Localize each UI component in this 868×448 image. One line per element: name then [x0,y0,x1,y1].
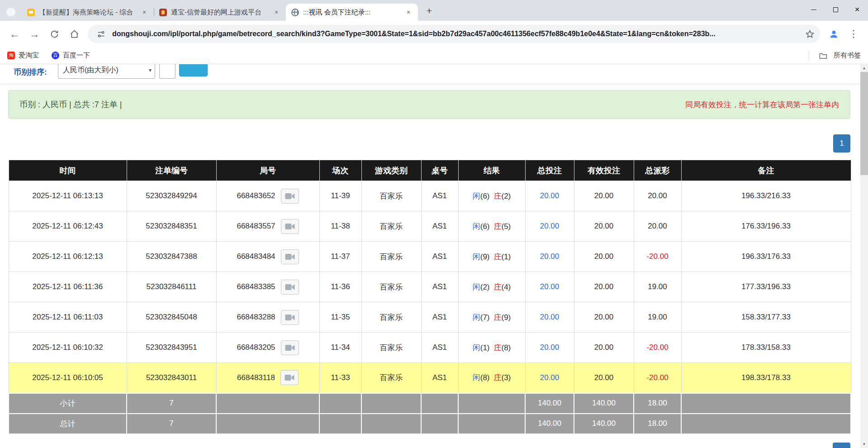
total-bet[interactable]: 20.00 [525,363,574,393]
scrollbar-thumb[interactable] [860,72,868,175]
scroll-down-icon[interactable] [860,440,868,448]
video-preview-button[interactable] [281,310,299,325]
round-number: 668483288 [237,313,275,322]
minimize-button[interactable] [803,0,825,19]
payout: 20.00 [634,211,681,242]
window-controls [803,0,868,19]
round-number: 668483118 [237,373,275,382]
url-text[interactable]: dongshouji.com/ipl/portal.php/game/betre… [112,30,798,38]
all-bookmarks-button[interactable]: 所有书签 [809,51,861,61]
back-icon[interactable] [5,24,24,44]
table-number: AS1 [421,302,458,333]
player-score: (6) [480,222,490,231]
column-header: 总投注 [525,160,574,181]
bookmarks-list: 淘爱淘宝百百度一下 [7,51,103,60]
video-preview-button[interactable] [281,219,299,234]
total-bet[interactable]: 20.00 [525,333,574,363]
note: 198.33/178.33 [681,363,851,393]
bookmark-item[interactable]: 淘爱淘宝 [7,51,39,60]
site-settings-icon[interactable] [94,27,108,41]
close-window-button[interactable] [846,0,868,19]
total-bet[interactable]: 20.00 [525,272,574,302]
round-wrap: 668483205 [217,340,319,355]
currency-sort-select[interactable]: 人民币(由大到小) [58,64,155,79]
bet-time: 2025-12-11 06:12:13 [9,242,127,272]
filter-search-button[interactable] [179,64,208,76]
total-bet[interactable]: 20.00 [525,211,574,242]
bookmark-item[interactable]: 百百度一下 [52,51,90,60]
session: 11-36 [319,272,361,302]
banker-result: 庄 [494,373,502,382]
total-bet[interactable]: 20.00 [525,181,574,211]
valid-bet: 20.00 [574,211,634,242]
table-number: AS1 [421,181,458,211]
tab-strip: 【新提醒】海燕策略论坛 - 综合通宝-信誉最好的网上游戏平台:::视讯 会员下注… [0,0,868,21]
total-bet[interactable]: 20.00 [525,302,574,333]
column-header: 局号 [216,160,319,181]
result-cell: 闲(6)庄(2) [458,181,525,211]
summary-notice: 同局有效投注，统一计算在该局第一张注单内 [685,100,839,110]
tab-title: :::视讯 会员下注纪录::: [303,8,400,17]
scrollbar[interactable] [860,64,868,448]
video-preview-button[interactable] [281,249,299,264]
browser-tab[interactable]: 【新提醒】海燕策略论坛 - 综合 [22,4,154,21]
video-preview-button[interactable] [281,340,299,355]
pagination-bottom-partial[interactable] [833,443,850,448]
bet-id: 523032843011 [127,363,216,393]
footer-value [421,414,458,434]
player-result: 闲 [473,343,480,352]
player-score: (1) [480,343,490,352]
browser-menu-icon[interactable] [844,24,863,44]
session: 11-39 [319,181,361,211]
profile-avatar-icon[interactable] [824,24,844,44]
table-row: 2025-12-11 06:12:13523032847388668483484… [9,242,851,272]
video-preview-button[interactable] [281,280,299,295]
browser-tab[interactable]: :::视讯 会员下注纪录::: [286,4,418,21]
footer-value [458,393,525,414]
home-icon[interactable] [64,24,84,44]
footer-label: 总计 [9,414,127,434]
round-wrap: 668483557 [217,219,319,234]
total-bet[interactable]: 20.00 [525,242,574,272]
maximize-button[interactable] [825,0,846,19]
bet-id: 523032845048 [127,302,216,333]
tab-close-icon[interactable] [140,8,148,16]
player-score: (8) [480,373,490,382]
banker-score: (5) [502,222,511,231]
result-cell: 闲(6)庄(5) [458,211,525,242]
player-score: (6) [480,192,490,200]
page-1-button[interactable]: 1 [833,134,850,153]
footer-value: 7 [127,393,216,414]
bookmark-star-icon[interactable] [803,27,816,41]
summary-info: 币别 : 人民币 | 总共 :7 注单 | [19,99,122,110]
round-cell: 668483557 [216,211,319,242]
bet-time: 2025-12-11 06:10:05 [9,363,127,393]
game-type: 百家乐 [361,272,421,302]
bet-time: 2025-12-11 06:11:03 [9,302,127,333]
result-cell: 闲(9)庄(1) [458,242,525,272]
player-score: (7) [480,313,490,322]
video-preview-button[interactable] [281,189,299,204]
video-preview-button[interactable] [280,370,299,385]
refresh-icon[interactable] [44,24,64,44]
game-type: 百家乐 [361,363,421,393]
round-cell: 668483288 [216,302,319,333]
browser-tab[interactable]: 通宝-信誉最好的网上游戏平台 [154,4,286,21]
tab-close-icon[interactable] [404,8,413,16]
bookmark-label: 爱淘宝 [19,51,39,60]
forward-icon[interactable] [24,24,44,44]
filter-secondary-input[interactable] [159,64,175,79]
player-result: 闲 [473,222,480,231]
bet-time: 2025-12-11 06:12:43 [9,211,127,242]
new-tab-button[interactable] [422,4,436,18]
address-bar[interactable]: dongshouji.com/ipl/portal.php/game/betre… [88,25,820,43]
game-type: 百家乐 [361,302,421,333]
scroll-up-icon[interactable] [860,64,868,72]
banker-score: (1) [502,253,511,261]
tab-close-icon[interactable] [272,8,280,16]
banker-result: 庄 [494,313,502,322]
round-number: 668483557 [237,222,275,231]
table-number: AS1 [421,242,458,272]
player-result: 闲 [473,283,480,291]
bet-id: 523032849294 [127,181,216,211]
